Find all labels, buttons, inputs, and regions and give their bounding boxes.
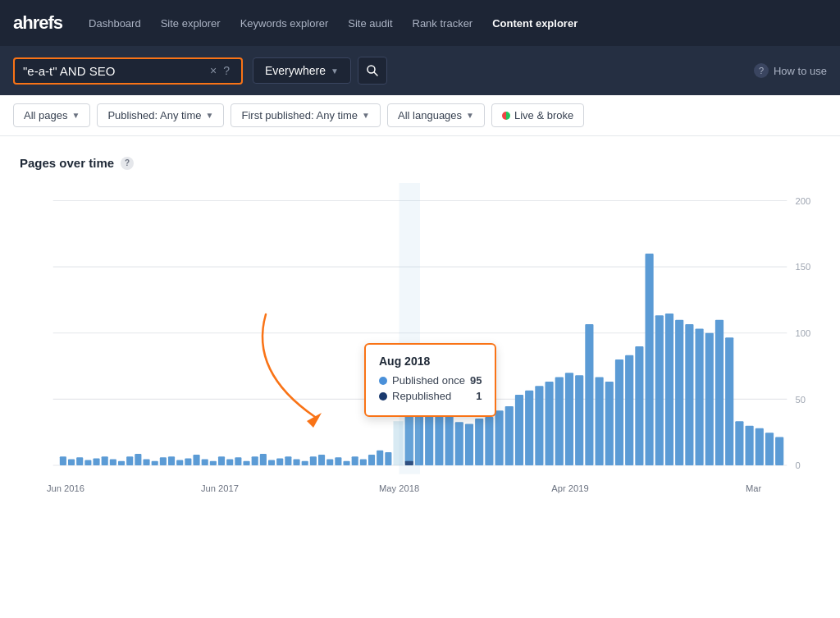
search-input[interactable] <box>23 64 203 78</box>
published-arrow-icon: ▼ <box>206 111 214 120</box>
tooltip-dot-republished <box>379 392 387 401</box>
svg-rect-19 <box>76 457 83 465</box>
how-to-use-label: How to use <box>774 65 827 77</box>
svg-rect-27 <box>143 459 149 465</box>
svg-rect-79 <box>596 378 604 466</box>
filter-bar: All pages ▼ Published: Any time ▼ First … <box>0 95 840 136</box>
nav-keywords-explorer[interactable]: Keywords explorer <box>231 0 339 46</box>
scope-label: Everywhere <box>265 64 326 77</box>
tooltip-value-republished: 1 <box>476 390 482 402</box>
svg-rect-68 <box>485 417 493 465</box>
how-to-use-link[interactable]: ? How to use <box>754 63 827 78</box>
all-pages-label: All pages <box>24 109 67 121</box>
svg-rect-67 <box>475 419 483 465</box>
svg-rect-75 <box>555 378 564 466</box>
all-pages-arrow-icon: ▼ <box>71 111 80 120</box>
svg-rect-26 <box>135 454 141 465</box>
scope-dropdown[interactable]: Everywhere ▼ <box>253 57 351 84</box>
svg-rect-39 <box>243 461 249 465</box>
svg-rect-29 <box>160 457 167 465</box>
svg-rect-18 <box>68 459 75 465</box>
svg-rect-40 <box>252 456 258 465</box>
live-broke-filter[interactable]: Live & broke <box>491 103 584 127</box>
svg-rect-55 <box>377 451 383 465</box>
logo[interactable]: ahrefs <box>13 12 62 34</box>
chart-tooltip: Aug 2018 Published once 95 Republished 1 <box>364 343 496 417</box>
live-broke-label: Live & broke <box>514 109 573 121</box>
svg-rect-56 <box>385 452 391 465</box>
svg-text:Apr 2019: Apr 2019 <box>551 483 588 493</box>
svg-rect-46 <box>302 461 308 465</box>
svg-rect-70 <box>505 406 514 465</box>
svg-rect-77 <box>575 375 583 465</box>
svg-rect-71 <box>515 395 523 465</box>
search-help-icon[interactable]: ? <box>223 64 230 77</box>
published-label: Published: Any time <box>107 109 201 121</box>
all-pages-filter[interactable]: All pages ▼ <box>13 103 90 127</box>
svg-rect-84 <box>646 254 654 465</box>
svg-rect-17 <box>60 456 66 465</box>
svg-text:50: 50 <box>796 394 806 404</box>
svg-rect-43 <box>276 458 283 465</box>
logo-text: hrefs <box>22 12 62 33</box>
svg-rect-22 <box>102 456 108 465</box>
svg-rect-52 <box>352 456 358 465</box>
scope-arrow-icon: ▼ <box>331 66 339 76</box>
chart-help-icon[interactable]: ? <box>121 157 134 170</box>
svg-text:Jun 2016: Jun 2016 <box>47 483 84 493</box>
chart-title-text: Pages over time <box>20 156 114 170</box>
svg-rect-54 <box>368 455 375 465</box>
svg-rect-91 <box>715 320 724 465</box>
svg-rect-98 <box>399 183 420 474</box>
nav-content-explorer[interactable]: Content explorer <box>482 0 587 46</box>
chart-container: 200 150 100 50 0 Jun 2016 Jun 2017 May 2… <box>20 183 820 536</box>
svg-rect-64 <box>445 411 454 465</box>
svg-rect-96 <box>765 433 774 465</box>
nav-dashboard[interactable]: Dashboard <box>79 0 151 46</box>
svg-rect-95 <box>756 428 764 465</box>
live-broke-icon <box>502 112 510 120</box>
svg-rect-82 <box>625 355 633 465</box>
svg-rect-81 <box>615 359 623 465</box>
all-languages-arrow-icon: ▼ <box>466 111 474 120</box>
nav-site-audit[interactable]: Site audit <box>338 0 402 46</box>
svg-rect-23 <box>110 459 116 465</box>
svg-rect-88 <box>685 324 693 465</box>
svg-text:May 2018: May 2018 <box>379 483 419 493</box>
svg-rect-44 <box>285 456 291 465</box>
svg-rect-90 <box>705 333 714 465</box>
svg-rect-86 <box>665 314 673 465</box>
svg-rect-24 <box>118 461 125 465</box>
first-published-label: First published: Any time <box>241 109 358 121</box>
svg-text:0: 0 <box>796 460 801 470</box>
search-button[interactable] <box>358 57 387 85</box>
svg-rect-80 <box>605 382 614 465</box>
nav-rank-tracker[interactable]: Rank tracker <box>403 0 483 46</box>
tooltip-label-published: Published once <box>392 374 465 387</box>
svg-rect-47 <box>310 456 317 465</box>
svg-rect-36 <box>218 456 225 465</box>
navbar: ahrefs Dashboard Site explorer Keywords … <box>0 0 840 46</box>
svg-rect-69 <box>495 410 504 465</box>
svg-rect-87 <box>675 320 683 465</box>
search-clear-button[interactable]: × <box>210 64 217 77</box>
tooltip-row-republished: Republished 1 <box>379 390 482 402</box>
svg-rect-30 <box>168 456 175 465</box>
all-languages-filter[interactable]: All languages ▼ <box>387 103 485 127</box>
svg-rect-97 <box>775 437 783 465</box>
svg-rect-48 <box>318 455 325 465</box>
published-filter[interactable]: Published: Any time ▼ <box>97 103 224 127</box>
svg-rect-31 <box>176 460 183 465</box>
svg-rect-28 <box>152 461 158 465</box>
svg-rect-93 <box>735 421 743 465</box>
svg-rect-21 <box>93 458 99 465</box>
first-published-arrow-icon: ▼ <box>362 111 370 120</box>
svg-text:Jun 2017: Jun 2017 <box>201 483 239 493</box>
chart-title-area: Pages over time ? <box>20 156 820 170</box>
svg-rect-34 <box>202 459 208 465</box>
search-input-wrapper: × ? <box>13 57 243 85</box>
nav-site-explorer[interactable]: Site explorer <box>151 0 231 46</box>
svg-rect-32 <box>185 458 191 465</box>
search-bar: × ? Everywhere ▼ ? How to use <box>0 46 840 95</box>
first-published-filter[interactable]: First published: Any time ▼ <box>231 103 381 127</box>
